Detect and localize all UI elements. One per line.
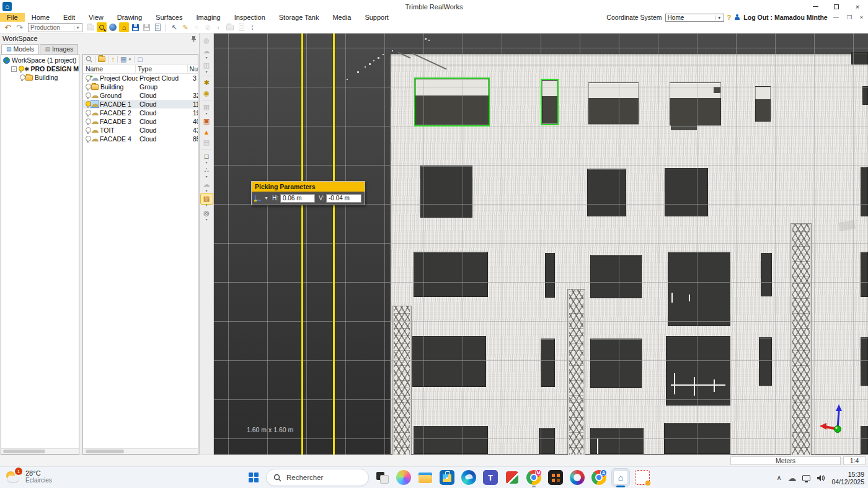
chevron-down-icon[interactable]: ▾: [205, 218, 207, 222]
list-row-project-cloud[interactable]: ☁Project CloudProject Cloud3 1: [83, 74, 198, 82]
segmentation-tool-icon[interactable]: ▨: [201, 193, 213, 204]
viewport-3d[interactable]: 1.60 m x 1.60 m Picking Parameters ▼ H: …: [214, 33, 868, 455]
chevron-down-icon[interactable]: ▼: [264, 196, 268, 200]
search-input[interactable]: Rechercher: [266, 469, 369, 486]
mdi-close-button[interactable]: ×: [857, 14, 866, 20]
tree-item-workspace-1-project-[interactable]: WorkSpace (1 project): [1, 56, 79, 64]
tree-item-pro-design-madar[interactable]: -✱PRO DESIGN MADAR: [1, 64, 79, 73]
coordinate-system-select[interactable]: Home ▼: [665, 14, 724, 22]
menu-item-file[interactable]: File: [0, 13, 25, 22]
visibility-bulb-icon[interactable]: [85, 110, 90, 117]
logout-button[interactable]: Log Out : Mamadou Minthe: [743, 14, 827, 21]
mdi-minimize-button[interactable]: —: [831, 14, 841, 20]
copilot-icon[interactable]: [395, 469, 412, 486]
weather-widget[interactable]: 1 28°C Eclaircies: [5, 469, 52, 484]
visibility-bulb-icon[interactable]: [85, 127, 90, 134]
close-button[interactable]: ×: [847, 0, 868, 13]
points-tool-icon[interactable]: ∴: [201, 165, 213, 175]
menu-item-imaging[interactable]: Imaging: [189, 13, 227, 22]
visibility-bulb-icon[interactable]: [85, 136, 90, 143]
properties-panel-icon[interactable]: ▢: [137, 56, 143, 63]
edge-icon[interactable]: [460, 469, 477, 486]
box-tool-icon[interactable]: ▣: [201, 116, 213, 126]
visibility-bulb-icon[interactable]: [85, 75, 90, 82]
selection-fence[interactable]: [414, 78, 490, 126]
start-button[interactable]: [246, 469, 262, 486]
add-folder-icon[interactable]: [98, 56, 105, 62]
office-icon[interactable]: [569, 469, 586, 486]
home-station-icon[interactable]: ⌂: [119, 22, 129, 32]
list-row-building[interactable]: BuildingGroup: [83, 82, 198, 91]
explorer-icon[interactable]: [417, 469, 434, 486]
tab-images[interactable]: ▤Images: [40, 44, 78, 54]
tree-item-building[interactable]: Building: [1, 73, 79, 82]
column-header-number[interactable]: Nu: [188, 65, 198, 73]
teams-icon[interactable]: T: [482, 469, 499, 486]
pick-tool-icon[interactable]: ↖: [169, 22, 179, 32]
column-header-name[interactable]: Name: [83, 65, 136, 73]
menu-item-support[interactable]: Support: [358, 13, 396, 22]
list-row-facade-3[interactable]: ☁FACADE 3Cloud402: [83, 117, 198, 126]
clock[interactable]: 15:39 04/12/2025: [831, 471, 864, 486]
menu-item-drawing[interactable]: Drawing: [110, 13, 149, 22]
v-input[interactable]: -0.04 m: [326, 194, 361, 203]
menu-item-surfaces[interactable]: Surfaces: [149, 13, 189, 22]
document-icon[interactable]: [153, 22, 162, 32]
production-select[interactable]: Production ▼: [28, 23, 82, 32]
table-view-icon[interactable]: ▦▼: [120, 55, 131, 63]
rect-select-tool-icon[interactable]: □: [201, 151, 213, 161]
target-tool-icon[interactable]: ◉: [201, 88, 213, 99]
visibility-bulb-icon[interactable]: [85, 92, 90, 99]
visibility-bulb-icon[interactable]: [85, 84, 90, 91]
visibility-bulb-icon[interactable]: [85, 118, 90, 125]
minimize-button[interactable]: [805, 0, 826, 13]
visibility-bulb-icon[interactable]: [18, 66, 23, 73]
search-icon[interactable]: [86, 56, 92, 63]
maximize-button[interactable]: [826, 0, 847, 13]
tab-models[interactable]: ▤Models: [1, 44, 39, 54]
menu-item-home[interactable]: Home: [25, 13, 56, 22]
search-icon[interactable]: [97, 22, 107, 32]
mdi-restore-button[interactable]: ❒: [844, 14, 854, 20]
list-row-ground[interactable]: ☁GroundCloud328: [83, 91, 198, 100]
list-row-toit[interactable]: ☁TOITCloud43: [83, 126, 198, 135]
list-horizontal-scrollbar[interactable]: [83, 448, 198, 454]
cone-tool-icon[interactable]: ▲: [201, 126, 213, 137]
picking-parameters-panel[interactable]: Picking Parameters ▼ H: 0.06 m V: -0.04 …: [251, 181, 365, 205]
h-input[interactable]: 0.06 m: [280, 194, 315, 203]
menu-item-edit[interactable]: Edit: [56, 13, 82, 22]
overflow-icon[interactable]: ⁞: [247, 22, 257, 32]
move-up-icon[interactable]: ↑: [111, 55, 115, 64]
selection-fence[interactable]: [541, 79, 559, 125]
sphere-icon[interactable]: [108, 22, 118, 32]
redo-icon[interactable]: ↷: [14, 23, 25, 32]
save-icon[interactable]: [130, 22, 140, 32]
tree-expander[interactable]: -: [11, 66, 17, 72]
help-icon[interactable]: ?: [727, 14, 732, 21]
speaker-icon[interactable]: [817, 474, 825, 482]
chrome-profile-m-icon[interactable]: M: [525, 469, 542, 486]
column-header-type[interactable]: Type: [136, 65, 187, 73]
store-icon[interactable]: [438, 469, 456, 486]
menu-item-media[interactable]: Media: [326, 13, 358, 22]
display-icon[interactable]: [802, 475, 810, 481]
menu-item-view[interactable]: View: [82, 13, 110, 22]
registration-tool-icon[interactable]: ✱: [201, 78, 213, 88]
visibility-bulb-icon[interactable]: [85, 101, 90, 108]
menu-item-storage-tank[interactable]: Storage Tank: [272, 13, 326, 22]
red-app-icon[interactable]: [503, 469, 521, 486]
taskview-icon[interactable]: [373, 469, 391, 486]
realworks-icon[interactable]: ⌂: [612, 469, 629, 486]
axis-mode-icon[interactable]: [254, 195, 262, 202]
picking-parameters-title[interactable]: Picking Parameters: [252, 182, 365, 192]
list-row-facade-2[interactable]: ☁FACADE 2Cloud196: [83, 109, 198, 117]
onedrive-icon[interactable]: ☁: [787, 473, 796, 483]
menu-item-inspection[interactable]: Inspection: [228, 13, 272, 22]
visibility-bulb-icon[interactable]: [19, 74, 24, 81]
tree-horizontal-scrollbar[interactable]: [1, 448, 79, 454]
chrome-profile-a-icon[interactable]: A: [590, 469, 608, 486]
tray-chevron-icon[interactable]: ∧: [776, 474, 781, 482]
ring-tool-icon[interactable]: ◎: [201, 208, 213, 218]
undo-icon[interactable]: ↶: [2, 23, 13, 32]
snip-icon[interactable]: [634, 469, 651, 486]
